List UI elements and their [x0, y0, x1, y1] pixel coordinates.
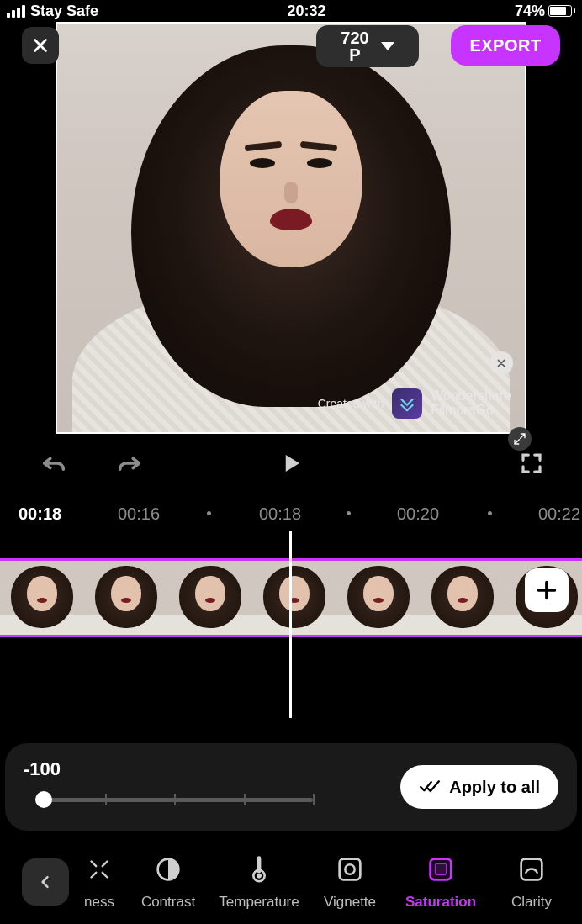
timeline-thumb[interactable]	[421, 561, 505, 635]
adjust-panel: -100 Apply to all	[5, 743, 577, 831]
watermark: Created with Wondershare FilmoraGo	[318, 388, 511, 419]
time-ruler[interactable]: 00:18 00:16 00:18 00:20 00:22	[0, 501, 582, 526]
saturation-icon	[425, 853, 457, 885]
timeline-thumb[interactable]	[0, 561, 84, 635]
tool-label: Vignette	[324, 894, 376, 911]
add-media-button[interactable]	[525, 568, 569, 612]
chevron-down-icon	[381, 42, 394, 50]
clarity-icon	[516, 853, 548, 885]
tool-label: Contrast	[141, 894, 195, 911]
undo-button[interactable]	[37, 446, 71, 480]
ruler-tick-0: 00:16	[118, 504, 160, 524]
resize-handle[interactable]	[508, 427, 532, 451]
video-preview[interactable]: Created with Wondershare FilmoraGo	[56, 22, 526, 434]
tool-saturation[interactable]: Saturation	[395, 853, 486, 911]
resolution-selector[interactable]: 720P	[316, 25, 419, 67]
carrier-label: Stay Safe	[30, 3, 98, 20]
status-time: 20:32	[287, 3, 325, 20]
fullscreen-button[interactable]	[515, 446, 548, 480]
tools-back-button[interactable]	[22, 858, 69, 906]
playback-controls	[0, 441, 582, 486]
slider-knob[interactable]	[35, 791, 52, 808]
tool-temperature[interactable]: Temperature	[214, 853, 304, 911]
apply-to-all-button[interactable]: Apply to all	[400, 765, 558, 809]
resolution-suffix: P	[341, 46, 368, 63]
double-check-icon	[419, 779, 441, 795]
ruler-tick-1: 00:18	[259, 504, 301, 524]
temperature-icon	[243, 853, 275, 885]
filmorago-logo-icon	[392, 388, 422, 419]
tool-label: Clarity	[511, 894, 552, 911]
watermark-brand-1: Wondershare	[431, 389, 511, 404]
watermark-brand-2: FilmoraGo	[431, 404, 511, 418]
timeline-thumb[interactable]	[168, 561, 252, 635]
watermark-close-button[interactable]	[489, 351, 513, 375]
tool-label: Saturation	[405, 894, 476, 911]
ruler-current: 00:18	[19, 504, 61, 524]
timeline-thumb[interactable]	[84, 561, 168, 635]
play-button[interactable]	[274, 446, 308, 480]
ruler-dot	[488, 511, 492, 515]
ruler-dot	[207, 511, 211, 515]
tool-strip: ness Contrast Temperature Vignette Satur…	[0, 840, 582, 924]
svg-point-4	[345, 864, 354, 874]
tool-label: Temperature	[219, 894, 299, 911]
ruler-tick-2: 00:20	[397, 504, 439, 524]
vignette-icon	[334, 853, 366, 885]
tool-contrast[interactable]: Contrast	[123, 853, 214, 911]
timeline-thumb[interactable]	[336, 561, 421, 635]
watermark-prefix: Created with	[318, 397, 384, 410]
ruler-dot	[347, 511, 351, 515]
apply-to-all-label: Apply to all	[449, 778, 540, 797]
battery-percent: 74%	[515, 3, 545, 20]
tool-brightness[interactable]: ness	[76, 853, 123, 911]
brightness-icon	[83, 853, 115, 885]
status-bar: Stay Safe 20:32 74%	[0, 0, 582, 22]
ruler-tick-3: 00:22	[538, 504, 580, 524]
tool-vignette[interactable]: Vignette	[304, 853, 395, 911]
timeline-thumb[interactable]	[252, 561, 336, 635]
preview-frame	[57, 24, 525, 432]
tool-clarity[interactable]: Clarity	[486, 853, 577, 911]
tool-label: ness	[84, 894, 114, 911]
battery-icon	[548, 5, 575, 17]
resolution-value: 720	[341, 29, 368, 46]
svg-rect-6	[435, 863, 446, 874]
contrast-icon	[152, 853, 184, 885]
export-button[interactable]: EXPORT	[451, 25, 560, 66]
svg-rect-3	[340, 859, 361, 880]
svg-point-2	[257, 874, 262, 879]
close-button[interactable]	[22, 27, 59, 64]
playhead[interactable]	[289, 531, 292, 718]
signal-icon	[7, 5, 25, 18]
redo-button[interactable]	[113, 446, 146, 480]
